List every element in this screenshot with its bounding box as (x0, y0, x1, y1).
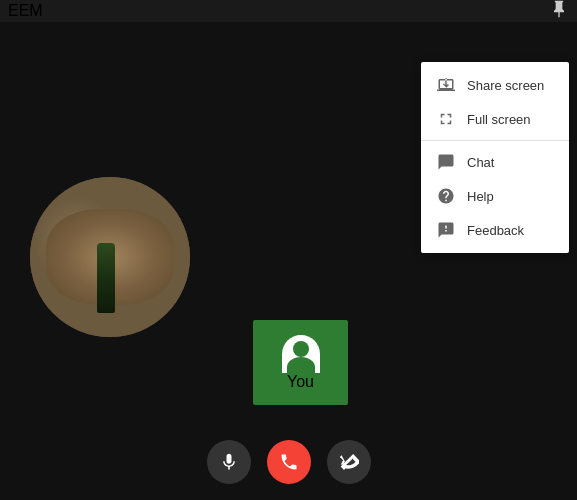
controls-bar (0, 440, 577, 484)
title-bar: EEM (0, 0, 577, 22)
pin-icon[interactable] (549, 0, 569, 23)
full-screen-label: Full screen (467, 112, 531, 127)
share-screen-label: Share screen (467, 78, 544, 93)
menu-item-share-screen[interactable]: Share screen (421, 68, 569, 102)
video-area: You Share screen Full screen (0, 22, 577, 500)
mute-button[interactable] (207, 440, 251, 484)
context-menu: Share screen Full screen Chat (421, 62, 569, 253)
camera-off-button[interactable] (327, 440, 371, 484)
share-screen-icon (437, 76, 455, 94)
help-label: Help (467, 189, 494, 204)
chat-icon (437, 153, 455, 171)
help-icon (437, 187, 455, 205)
remote-video-tile: You (253, 320, 348, 405)
feedback-label: Feedback (467, 223, 524, 238)
fullscreen-icon (437, 110, 455, 128)
local-video-circle (30, 177, 190, 337)
feedback-icon (437, 221, 455, 239)
menu-item-help[interactable]: Help (421, 179, 569, 213)
menu-item-chat[interactable]: Chat (421, 145, 569, 179)
menu-item-full-screen[interactable]: Full screen (421, 102, 569, 136)
menu-item-feedback[interactable]: Feedback (421, 213, 569, 247)
menu-divider-1 (421, 140, 569, 141)
title-bar-title: EEM (8, 2, 43, 20)
remote-video-label: You (287, 373, 314, 391)
local-video-feed (30, 177, 190, 337)
chat-label: Chat (467, 155, 494, 170)
hangup-button[interactable] (267, 440, 311, 484)
user-avatar-icon (282, 335, 320, 373)
